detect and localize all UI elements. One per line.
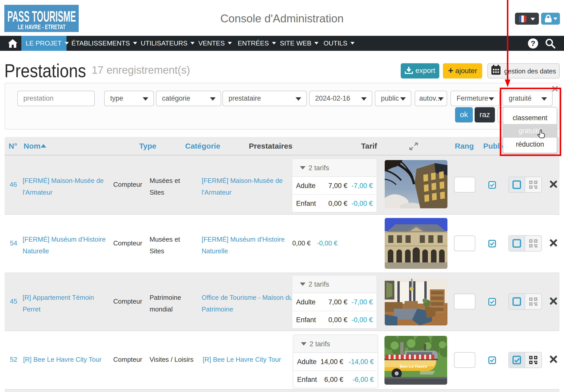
svg-text:Bee Le Havre: Bee Le Havre	[400, 364, 427, 369]
